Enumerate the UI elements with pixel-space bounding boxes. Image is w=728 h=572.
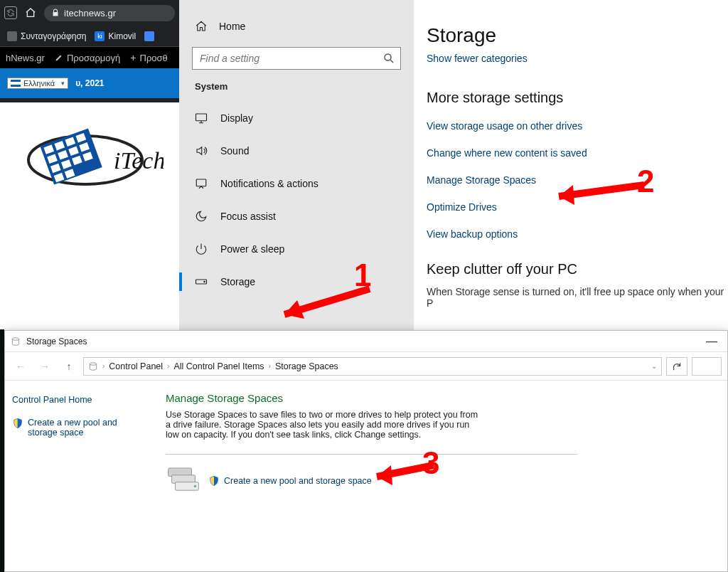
svg-marker-30: [377, 465, 392, 485]
minimize-icon[interactable]: —: [702, 335, 722, 348]
svg-point-23: [90, 362, 96, 365]
browser-header: itechnews.gr Συνταγογράφηση ki Kimovil h…: [0, 0, 179, 102]
nav-power[interactable]: Power & sleep: [179, 233, 414, 265]
brush-icon: [55, 53, 63, 62]
chevron-right-icon: ›: [167, 362, 169, 370]
refresh-button[interactable]: [666, 357, 687, 376]
url-bar: itechnews.gr: [0, 0, 179, 26]
divider: [166, 454, 578, 455]
chevron-right-icon: ›: [102, 362, 105, 370]
annotation-1: 1: [354, 258, 371, 293]
cp-create-pool-link-main[interactable]: Create a new pool and storage space: [208, 475, 372, 487]
crumb-item[interactable]: Control Panel: [109, 361, 163, 371]
svg-point-17: [385, 54, 391, 60]
show-fewer-link[interactable]: Show fewer categories: [427, 53, 728, 64]
chevron-down-icon[interactable]: ⌄: [651, 362, 657, 370]
sound-icon: [195, 144, 208, 157]
annotation-3: 3: [422, 445, 439, 481]
svg-rect-18: [196, 114, 207, 121]
arrow-icon: [537, 178, 651, 206]
clutter-heading: Keep clutter off your PC: [427, 261, 728, 277]
language-select[interactable]: Ελληνικά: [7, 78, 68, 89]
nav-focus[interactable]: Focus assist: [179, 200, 414, 233]
page-title: Storage: [427, 24, 728, 47]
chevron-right-icon: ›: [269, 362, 271, 370]
flag-icon: [11, 80, 21, 87]
crumb-item[interactable]: Storage Spaces: [275, 361, 338, 371]
annotation-2: 2: [637, 164, 654, 199]
search-input[interactable]: [192, 47, 401, 70]
nav-label: Power & sleep: [220, 243, 284, 255]
home-icon: [195, 20, 208, 33]
home-browser-icon[interactable]: [24, 6, 37, 19]
bookmark-icon: ki: [95, 31, 105, 41]
lock-icon: [51, 9, 60, 17]
window-title: Storage Spaces: [26, 337, 87, 346]
site-tabs: hNews.gr Προσαρμογή + Προσθ: [0, 47, 179, 68]
cp-description: Use Storage Spaces to save files to two …: [166, 410, 478, 440]
logo-graphic: iTech: [21, 117, 164, 203]
settings-sidebar: Home System Display Sound Notifications …: [179, 0, 414, 330]
display-icon: [195, 112, 208, 125]
up-button[interactable]: ↑: [59, 358, 79, 375]
site-tab[interactable]: Προσαρμογή: [55, 53, 120, 63]
plus-icon: +: [130, 52, 136, 63]
breadcrumb[interactable]: › Control Panel › All Control Panel Item…: [83, 357, 662, 376]
settings-main: Storage Show fewer categories More stora…: [414, 0, 728, 330]
cp-action-label: Create a new pool and storage space: [224, 476, 372, 486]
nav-sound[interactable]: Sound: [179, 134, 414, 167]
notifications-icon: [195, 177, 208, 190]
nav-home[interactable]: Home: [179, 13, 414, 40]
nav-label: Notifications & actions: [220, 178, 318, 189]
back-button[interactable]: ←: [11, 358, 31, 375]
power-icon: [195, 243, 208, 255]
cp-left-panel: Control Panel Home Create a new pool and…: [5, 381, 151, 571]
window-titlebar: Storage Spaces —: [5, 331, 727, 352]
url-field[interactable]: itechnews.gr: [44, 5, 175, 21]
address-bar: ← → ↑ › Control Panel › All Control Pane…: [5, 352, 727, 381]
language-label: Ελληνικά: [23, 79, 55, 88]
nav-display[interactable]: Display: [179, 102, 414, 134]
more-settings-heading: More storage settings: [427, 90, 728, 106]
site-tab[interactable]: + Προσθ: [130, 52, 167, 63]
drives-icon: [166, 465, 201, 497]
site-tab[interactable]: hNews.gr: [6, 53, 45, 63]
svg-point-27: [194, 485, 196, 487]
site-logo[interactable]: iTech: [21, 114, 164, 206]
bookmark-item[interactable]: ki Kimovil: [95, 31, 136, 41]
link-backup-options[interactable]: View backup options: [427, 228, 728, 240]
nav-label: Sound: [220, 145, 249, 157]
svg-rect-19: [196, 179, 206, 186]
svg-marker-29: [559, 185, 574, 205]
nav-home-label: Home: [219, 21, 245, 32]
search-controlpanel[interactable]: [692, 357, 722, 376]
nav-notifications[interactable]: Notifications & actions: [179, 167, 414, 200]
cp-side-link-label: Create a new pool and storage space: [28, 418, 144, 438]
storage-spaces-icon: [88, 361, 98, 371]
bookmark-label: Συνταγογράφηση: [21, 31, 86, 41]
svg-text:iTech: iTech: [114, 147, 164, 174]
link-new-content[interactable]: Change where new content is saved: [427, 147, 728, 159]
storage-icon: [195, 275, 208, 288]
search-icon: [382, 52, 395, 65]
cp-create-pool-link-side[interactable]: Create a new pool and storage space: [12, 418, 144, 438]
bookmark-item[interactable]: Συνταγογράφηση: [7, 31, 86, 41]
nav-label: Storage: [220, 276, 255, 287]
link-other-drives[interactable]: View storage usage on other drives: [427, 120, 728, 132]
svg-point-21: [204, 281, 205, 282]
storage-spaces-icon: [11, 337, 21, 346]
controlpanel-window: Storage Spaces — ← → ↑ › Control Panel ›…: [4, 330, 728, 572]
shield-icon: [12, 418, 23, 429]
crumb-item[interactable]: All Control Panel Items: [173, 361, 264, 371]
cp-main-title: Manage Storage Spaces: [166, 392, 713, 404]
cp-home-link[interactable]: Control Panel Home: [12, 395, 144, 405]
reload-icon[interactable]: [4, 6, 17, 19]
forward-button[interactable]: →: [35, 358, 55, 375]
bookmark-label: Kimovil: [108, 31, 136, 41]
svg-point-22: [12, 337, 18, 340]
bookmark-icon[interactable]: [144, 31, 154, 41]
date-text: υ, 2021: [75, 78, 104, 88]
nav-label: Focus assist: [220, 211, 276, 222]
nav-group-label: System: [179, 81, 414, 92]
bookmarks-bar: Συνταγογράφηση ki Kimovil: [0, 26, 179, 47]
